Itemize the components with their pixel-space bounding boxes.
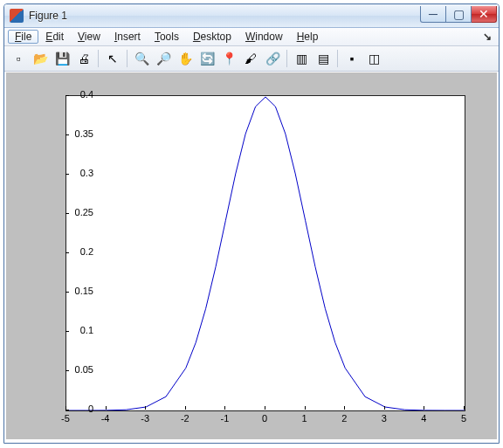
open-button[interactable]: 📂 — [30, 48, 51, 69]
x-tick-label: -3 — [136, 413, 154, 424]
x-tick-label: 4 — [415, 413, 432, 424]
hide-tools-button[interactable]: ▪ — [341, 48, 362, 69]
hide-icon: ▪ — [350, 52, 355, 65]
print-button[interactable]: 🖨 — [73, 48, 94, 69]
pointer-icon: ↖ — [107, 52, 118, 65]
rotate-icon: 🔄 — [200, 52, 215, 65]
menu-view[interactable]: View — [71, 30, 107, 44]
insert-legend-button[interactable]: ▤ — [313, 48, 334, 69]
dock-anchor-icon[interactable]: ↘ — [483, 31, 492, 43]
y-tick-label: 0.4 — [41, 89, 93, 100]
maximize-button[interactable]: ▢ — [446, 6, 472, 23]
x-tick-label: 3 — [376, 413, 393, 424]
x-tick-label: 0 — [256, 413, 273, 424]
window-title: Figure 1 — [29, 10, 420, 22]
x-tick-label: -4 — [97, 413, 114, 424]
colorbar-icon: ▥ — [296, 52, 307, 65]
data-cursor-button[interactable]: 📍 — [218, 48, 239, 69]
matlab-icon — [10, 9, 24, 23]
y-tick-label: 0.05 — [41, 364, 93, 375]
y-tick-label: 0.2 — [41, 246, 93, 257]
y-tick-label: 0.25 — [41, 207, 93, 217]
menu-file[interactable]: File — [8, 30, 38, 44]
x-tick-label: 5 — [455, 413, 472, 424]
menu-bar: File Edit View Insert Tools Desktop Wind… — [4, 28, 499, 46]
menu-help[interactable]: Help — [290, 30, 326, 44]
y-tick-label: 0.1 — [41, 325, 93, 335]
folder-open-icon: 📂 — [33, 52, 48, 65]
figure-toolbar: ▫ 📂 💾 🖨 ↖ 🔍 🔎 ✋ 🔄 📍 🖌 🔗 ▥ ▤ ▪ ◫ — [4, 46, 499, 72]
title-bar[interactable]: Figure 1 ─ ▢ ✕ — [4, 4, 499, 28]
new-icon: ▫ — [17, 52, 21, 65]
axes[interactable] — [65, 95, 465, 411]
y-tick-label: 0.3 — [41, 168, 93, 178]
dock-icon: ◫ — [369, 52, 380, 65]
data-cursor-icon: 📍 — [222, 52, 237, 65]
brush-icon: 🖌 — [245, 52, 257, 65]
figure-window: Figure 1 ─ ▢ ✕ File Edit View Insert Too… — [3, 3, 500, 444]
brush-button[interactable]: 🖌 — [240, 48, 261, 69]
zoom-in-button[interactable]: 🔍 — [131, 48, 152, 69]
insert-colorbar-button[interactable]: ▥ — [291, 48, 312, 69]
save-button[interactable]: 💾 — [52, 48, 72, 69]
legend-icon: ▤ — [318, 52, 329, 65]
minimize-button[interactable]: ─ — [420, 6, 446, 23]
x-tick-label: -1 — [216, 413, 233, 424]
x-tick-label: -2 — [176, 413, 194, 424]
zoom-out-icon: 🔎 — [156, 52, 171, 65]
save-icon: 💾 — [55, 52, 70, 65]
link-icon: 🔗 — [265, 52, 280, 65]
zoom-out-button[interactable]: 🔎 — [153, 48, 174, 69]
menu-edit[interactable]: Edit — [38, 30, 71, 44]
pan-button[interactable]: ✋ — [175, 48, 196, 69]
print-icon: 🖨 — [78, 52, 90, 65]
menu-file-label: ile — [21, 31, 31, 43]
axes-canvas[interactable]: http://blog.csdn.net/iverain 00.050.10.1… — [6, 72, 497, 439]
link-plot-button[interactable]: 🔗 — [262, 48, 283, 69]
pan-icon: ✋ — [178, 52, 193, 65]
line-plot — [66, 96, 465, 410]
menu-window[interactable]: Window — [238, 30, 290, 44]
menu-tools[interactable]: Tools — [148, 30, 186, 44]
menu-insert[interactable]: Insert — [107, 30, 148, 44]
x-tick-label: -5 — [57, 413, 74, 424]
x-tick-label: 2 — [335, 413, 353, 424]
menu-desktop[interactable]: Desktop — [186, 30, 238, 44]
dock-figure-button[interactable]: ◫ — [363, 48, 384, 69]
rotate-3d-button[interactable]: 🔄 — [196, 48, 217, 69]
edit-plot-button[interactable]: ↖ — [102, 48, 123, 69]
zoom-in-icon: 🔍 — [134, 52, 149, 65]
close-button[interactable]: ✕ — [472, 6, 497, 23]
x-tick-label: 1 — [296, 413, 314, 424]
new-figure-button[interactable]: ▫ — [8, 48, 29, 69]
y-tick-label: 0.15 — [41, 286, 93, 296]
y-tick-label: 0.35 — [41, 128, 93, 139]
